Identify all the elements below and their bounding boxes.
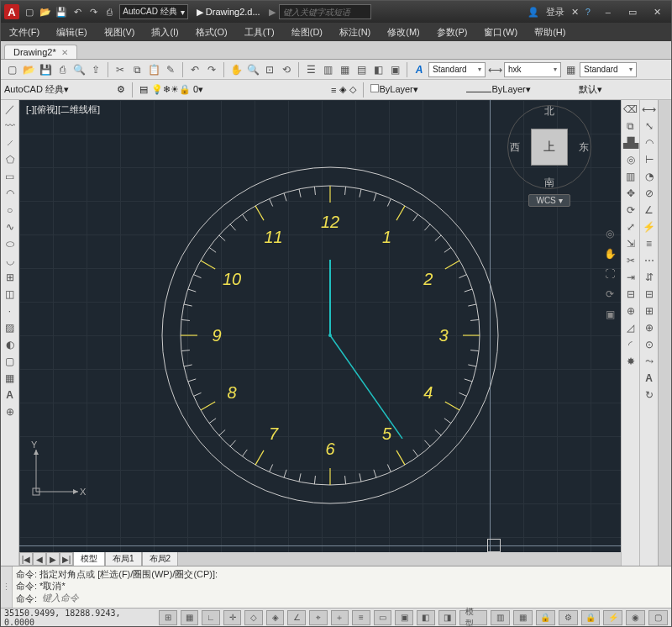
am-toggle[interactable]: ◨: [438, 610, 457, 625]
print-icon[interactable]: ⎙: [102, 5, 116, 18]
new-icon[interactable]: ▢: [4, 62, 19, 77]
layer-iso-icon[interactable]: ◈: [339, 84, 346, 95]
jogged-icon[interactable]: ⤳: [642, 354, 657, 369]
layer-prev-icon[interactable]: ≡: [331, 85, 336, 95]
dyn-toggle[interactable]: ＋: [331, 610, 349, 625]
properties-icon[interactable]: ☰: [303, 62, 318, 77]
line-icon[interactable]: ／: [3, 102, 18, 117]
exchange-icon[interactable]: ✕: [571, 7, 579, 18]
polygon-icon[interactable]: ⬠: [3, 152, 18, 167]
paste-icon[interactable]: 📋: [146, 62, 161, 77]
radius-dim-icon[interactable]: ◔: [642, 169, 657, 184]
login-link[interactable]: 登录: [546, 6, 564, 18]
zoom-window-icon[interactable]: ⊡: [262, 62, 277, 77]
copy-icon[interactable]: ⧉: [129, 62, 144, 77]
text-style-icon[interactable]: A: [412, 62, 427, 77]
print-icon[interactable]: ⎙: [55, 62, 70, 77]
table-style-icon[interactable]: ▦: [563, 62, 578, 77]
menu-item[interactable]: 标注(N): [331, 23, 379, 41]
viewcube-wcs[interactable]: WCS ▾: [528, 194, 570, 207]
dim-break-icon[interactable]: ⊟: [642, 287, 657, 302]
explode-icon[interactable]: ✸: [623, 354, 638, 369]
center-mark-icon[interactable]: ⊕: [642, 320, 657, 335]
command-grip[interactable]: ⋮: [1, 566, 13, 608]
quick-view-layouts-icon[interactable]: ▥: [491, 610, 510, 625]
snap-toggle[interactable]: ⊞: [159, 610, 177, 625]
linetype-combo[interactable]: ByLayer▾: [466, 84, 575, 95]
open-icon[interactable]: 📂: [39, 5, 52, 18]
isolate-objects-icon[interactable]: ◉: [626, 610, 645, 625]
workspace-selector[interactable]: AutoCAD 经典 ▾: [119, 4, 187, 19]
inspect-icon[interactable]: ⊙: [642, 337, 657, 352]
tab-first-icon[interactable]: |◀: [19, 552, 33, 566]
user-icon[interactable]: 👤: [528, 7, 539, 18]
model-tab[interactable]: 模型: [73, 551, 105, 566]
help-icon[interactable]: ?: [585, 7, 591, 17]
osnap-toggle[interactable]: ◇: [244, 610, 263, 625]
viewcube-west[interactable]: 西: [510, 140, 520, 155]
polyline-icon[interactable]: 〰: [3, 119, 18, 134]
hardware-accel-icon[interactable]: ⚡: [603, 610, 622, 625]
angular-dim-icon[interactable]: ∠: [642, 203, 657, 218]
continue-dim-icon[interactable]: ⋯: [642, 253, 657, 268]
diameter-dim-icon[interactable]: ⊘: [642, 186, 657, 201]
menu-item[interactable]: 工具(T): [236, 23, 283, 41]
undo-icon[interactable]: ↶: [187, 62, 202, 77]
redo-icon[interactable]: ↷: [87, 5, 100, 18]
design-center-icon[interactable]: ▥: [320, 62, 335, 77]
save-icon[interactable]: 💾: [38, 62, 53, 77]
join-icon[interactable]: ⊕: [623, 303, 638, 319]
zoom-icon[interactable]: 🔍: [245, 62, 260, 77]
pan-icon[interactable]: ✋: [228, 62, 244, 77]
workspace-switching-icon[interactable]: ⚙: [559, 610, 578, 625]
model-button[interactable]: 模型: [459, 610, 487, 625]
qp-toggle[interactable]: ▣: [395, 610, 413, 625]
menu-item[interactable]: 插入(I): [143, 23, 186, 41]
make-block-icon[interactable]: ◫: [3, 287, 18, 302]
lineweight-combo[interactable]: 默认▾: [579, 83, 638, 96]
menu-item[interactable]: 参数(P): [428, 23, 476, 41]
ellipse-arc-icon[interactable]: ◡: [3, 253, 18, 268]
fillet-icon[interactable]: ◜: [623, 337, 638, 352]
copy-icon[interactable]: ⧉: [623, 119, 638, 134]
trim-icon[interactable]: ✂: [623, 253, 638, 268]
table-icon[interactable]: ▦: [3, 371, 18, 386]
baseline-dim-icon[interactable]: ≡: [642, 236, 657, 251]
layout-tab[interactable]: 布局1: [105, 551, 142, 566]
close-icon[interactable]: ✕: [61, 48, 68, 57]
viewcube-north[interactable]: 北: [544, 104, 554, 119]
aligned-dim-icon[interactable]: ⤡: [642, 119, 657, 134]
tab-prev-icon[interactable]: ◀: [33, 552, 46, 566]
clean-screen-icon[interactable]: ▢: [648, 610, 668, 625]
region-icon[interactable]: ▢: [3, 354, 18, 369]
help-search-input[interactable]: [279, 4, 371, 19]
toolbar-lock-icon[interactable]: 🔒: [581, 610, 601, 625]
arc-dim-icon[interactable]: ◠: [642, 135, 657, 150]
table-style-combo[interactable]: Standard▾: [580, 62, 637, 77]
orbit-icon[interactable]: ⟳: [602, 287, 617, 302]
ducs-toggle[interactable]: ⌖: [309, 610, 328, 625]
array-icon[interactable]: ▥: [623, 169, 638, 184]
save-icon[interactable]: 💾: [55, 5, 68, 18]
menu-item[interactable]: 编辑(E): [48, 23, 96, 41]
tpy-toggle[interactable]: ▭: [374, 610, 392, 625]
menu-item[interactable]: 窗口(W): [475, 23, 526, 41]
tool-palette-icon[interactable]: ▦: [337, 62, 352, 77]
showmotion-icon[interactable]: ▣: [602, 307, 617, 322]
insert-block-icon[interactable]: ⊞: [3, 270, 18, 285]
viewcube-ring[interactable]: 北 南 西 东 上: [507, 105, 591, 189]
cut-icon[interactable]: ✂: [113, 62, 128, 77]
command-input[interactable]: [40, 592, 668, 604]
rotate-icon[interactable]: ⟳: [623, 203, 638, 218]
quick-dim-icon[interactable]: ⚡: [642, 219, 657, 234]
text-style-combo[interactable]: Standard▾: [428, 62, 486, 77]
dim-style-combo[interactable]: hxk▾: [504, 62, 561, 77]
maximize-button[interactable]: ▭: [622, 4, 643, 19]
publish-icon[interactable]: ⇪: [88, 62, 103, 77]
sc-toggle[interactable]: ◧: [417, 610, 435, 625]
calc-icon[interactable]: ▣: [387, 62, 402, 77]
pan-icon[interactable]: ✋: [602, 246, 617, 261]
layer-props-icon[interactable]: ▤: [139, 84, 148, 95]
color-combo[interactable]: ByLayer▾: [370, 84, 463, 95]
new-icon[interactable]: ▢: [23, 5, 36, 18]
